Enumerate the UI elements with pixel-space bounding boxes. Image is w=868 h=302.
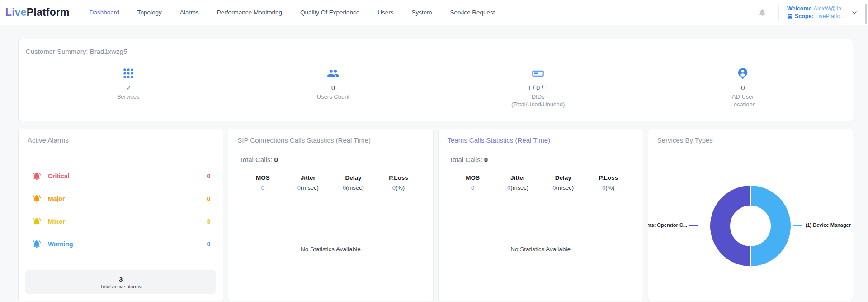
scrollbar-thumb[interactable]	[865, 4, 867, 24]
sip-ploss-header: P.Loss	[376, 174, 421, 181]
person-pin-icon	[736, 67, 749, 80]
major-bell-icon	[32, 194, 41, 203]
top-nav-bar: LivePlatform Dashboard Topology Alarms P…	[0, 0, 868, 25]
username: AlexW@1x...	[814, 5, 846, 13]
users-count-label: Users Count	[231, 93, 435, 101]
sip-ploss-value: 0	[392, 184, 396, 191]
customer-summary-stats: 2 Services 0 Users Count	[26, 67, 845, 115]
nav-performance-monitoring[interactable]: Performance Monitoring	[217, 9, 282, 16]
active-alarms-title: Active Alarms	[28, 136, 214, 144]
donut-leader-line-right	[793, 225, 802, 226]
did-card-icon	[532, 67, 544, 80]
ad-user-locations-label: AD User Locations	[641, 93, 845, 108]
alarm-row-minor[interactable]: Minor 3	[28, 210, 214, 233]
teams-total-calls-value: 0	[484, 156, 488, 163]
alarm-row-major[interactable]: Major 0	[28, 187, 214, 210]
sip-jitter-value: 0	[297, 184, 301, 191]
customer-summary-title: Customer Summary: Brad1xwzg5	[26, 48, 845, 55]
teams-delay-header: Delay	[541, 174, 586, 181]
main-nav: Dashboard Topology Alarms Performance Mo…	[90, 9, 495, 16]
app-logo[interactable]: LivePlatform	[5, 6, 70, 19]
minor-bell-icon	[32, 217, 41, 226]
nav-quality-of-experience[interactable]: Quality Of Experience	[300, 9, 359, 16]
alarm-row-critical[interactable]: Critical 0	[28, 165, 214, 187]
teams-stats-grid: MOS 0 Jitter 0(msec) Delay 0(msec) P.Los…	[448, 174, 634, 191]
grid-icon	[123, 67, 134, 79]
ad-user-locations-value: 0	[641, 84, 845, 91]
sip-no-statistics: No Statistics Available	[228, 246, 433, 253]
stat-services: 2 Services	[26, 67, 231, 115]
dids-value: 1 / 0 / 1	[436, 84, 641, 91]
sip-mos-header: MOS	[240, 174, 285, 181]
services-by-types-title: Services By Types	[657, 136, 844, 144]
nav-service-request[interactable]: Service Request	[450, 9, 495, 16]
header-right-area: Welcome AlexW@1x... Scope: LivePlatfo...	[758, 5, 858, 21]
stat-ad-user-locations: 0 AD User Locations	[641, 67, 845, 115]
donut-slice-teams[interactable]	[710, 185, 750, 267]
teams-no-statistics: No Statistics Available	[439, 246, 643, 253]
users-icon	[327, 67, 340, 80]
total-active-alarms-label: Total active alarms	[100, 284, 142, 289]
teams-stats-panel: Teams Calls Statistics (Real Time) Total…	[438, 129, 643, 301]
warning-bell-icon	[32, 240, 41, 249]
major-count: 0	[207, 195, 210, 202]
nav-users[interactable]: Users	[377, 9, 393, 16]
services-count: 2	[26, 84, 231, 91]
total-active-alarms-value: 3	[119, 275, 123, 283]
minor-count: 3	[207, 218, 210, 225]
sip-total-calls-value: 0	[274, 156, 278, 163]
minor-label: Minor	[48, 218, 65, 225]
total-active-alarms-box: 3 Total active alarms	[25, 270, 216, 294]
critical-count: 0	[207, 173, 210, 180]
warning-count: 0	[207, 240, 210, 248]
alarm-rows: Critical 0 Major 0 Minor 3	[28, 165, 214, 255]
donut-label-teams: ) Teams: Operator C...	[648, 222, 687, 228]
header-divider	[778, 5, 779, 21]
scope-label: Scope:	[795, 13, 814, 20]
stat-dids: 1 / 0 / 1 DIDs (Total/Used/Unused)	[436, 67, 641, 115]
customer-summary-card: Customer Summary: Brad1xwzg5 2 Services	[18, 39, 853, 121]
services-label: Services	[26, 93, 231, 101]
nav-alarms[interactable]: Alarms	[180, 9, 199, 16]
users-count-value: 0	[231, 84, 435, 91]
teams-ploss-header: P.Loss	[586, 174, 631, 181]
sip-stats-grid: MOS 0 Jitter 0(msec) Delay 0(msec) P.Los…	[237, 174, 424, 191]
logo-live-text: Live	[5, 6, 27, 18]
chevron-down-icon[interactable]	[851, 9, 858, 16]
sip-delay-header: Delay	[330, 174, 376, 181]
donut-leader-line-left	[689, 225, 698, 226]
sip-jitter-header: Jitter	[285, 174, 330, 181]
teams-stats-title: Teams Calls Statistics (Real Time)	[448, 136, 634, 144]
dashboard-content: Customer Summary: Brad1xwzg5 2 Services	[0, 25, 868, 301]
teams-total-calls: Total Calls:0	[448, 156, 634, 163]
dashboard-panels: Active Alarms Critical 0 Major 0	[18, 129, 853, 301]
teams-mos-header: MOS	[450, 174, 495, 181]
notifications-bell-icon[interactable]	[758, 8, 767, 17]
active-alarms-panel: Active Alarms Critical 0 Major 0	[18, 129, 223, 301]
user-menu[interactable]: Welcome AlexW@1x... Scope: LivePlatfo...	[787, 5, 846, 20]
scope-value: LivePlatfo...	[816, 13, 845, 20]
sip-total-calls: Total Calls:0	[237, 156, 424, 163]
teams-jitter-header: Jitter	[495, 174, 541, 181]
critical-bell-icon	[32, 172, 41, 181]
critical-label: Critical	[48, 173, 69, 180]
logo-platform-text: Platform	[27, 6, 70, 18]
sip-stats-panel: SIP Connections Calls Statistics (Real T…	[228, 129, 433, 301]
donut-label-device-manager: (1) Device Manager	[806, 222, 851, 228]
sip-mos-value: 0	[261, 184, 264, 191]
nav-dashboard[interactable]: Dashboard	[90, 9, 119, 16]
nav-system[interactable]: System	[412, 9, 432, 16]
services-by-types-panel: Services By Types ) Teams: Operator C...…	[648, 129, 853, 301]
welcome-label: Welcome	[787, 5, 812, 13]
services-donut-chart	[708, 184, 793, 268]
donut-slice-device-manager[interactable]	[750, 185, 791, 267]
teams-mos-value: 0	[471, 184, 474, 191]
stat-users-count: 0 Users Count	[231, 67, 435, 115]
nav-topology[interactable]: Topology	[137, 9, 162, 16]
alarm-row-warning[interactable]: Warning 0	[28, 233, 214, 255]
major-label: Major	[48, 195, 65, 202]
scope-database-icon	[787, 14, 793, 19]
dids-label: DIDs (Total/Used/Unused)	[436, 93, 641, 108]
warning-label: Warning	[48, 240, 73, 248]
sip-stats-title: SIP Connections Calls Statistics (Real T…	[237, 136, 424, 144]
